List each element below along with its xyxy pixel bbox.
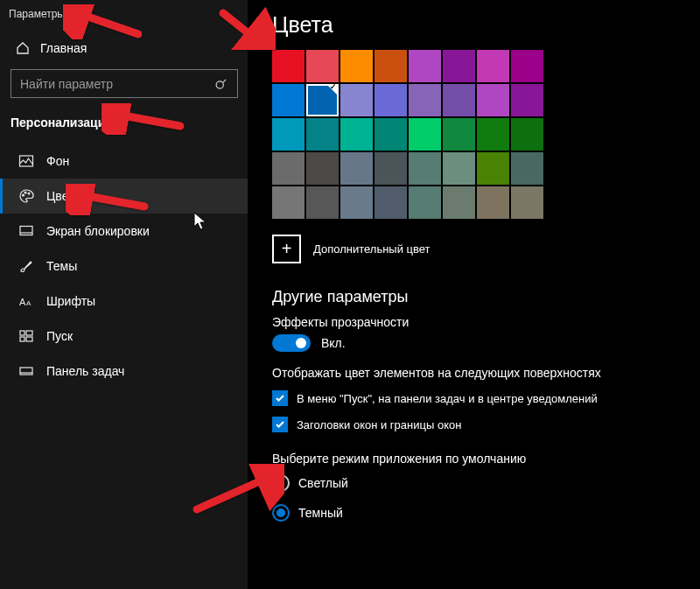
surface-option-start[interactable]: В меню "Пуск", на панели задач и в центр… [272, 390, 700, 406]
checkbox-icon [272, 417, 288, 432]
start-icon [18, 328, 34, 344]
sidebar-item-taskbar[interactable]: Панель задач [0, 354, 248, 389]
home-label: Главная [40, 41, 87, 55]
color-swatch[interactable] [272, 186, 304, 219]
color-swatch[interactable] [340, 152, 373, 185]
color-swatch[interactable] [409, 118, 441, 151]
lockscreen-icon [18, 223, 34, 239]
sidebar-item-colors[interactable]: Цвета [0, 179, 248, 214]
color-swatch[interactable] [340, 50, 373, 82]
nav-label: Темы [46, 259, 77, 273]
category-heading: Персонализация [0, 107, 248, 137]
search-input[interactable] [10, 69, 238, 98]
surface-option-label: В меню "Пуск", на панели задач и в центр… [297, 392, 598, 405]
color-swatch[interactable] [374, 118, 407, 151]
page-title: Цвета [272, 12, 700, 38]
custom-color-label: Дополнительный цвет [313, 242, 430, 256]
svg-text:A: A [26, 299, 32, 307]
nav-label: Пуск [46, 329, 73, 343]
sidebar-item-fonts[interactable]: AA Шрифты [0, 284, 248, 319]
radio-icon [272, 504, 290, 522]
svg-rect-9 [26, 331, 32, 335]
svg-rect-10 [20, 337, 24, 341]
nav-list: Фон Цвета Экран блокировки Темы AA Шрифт… [0, 144, 248, 389]
image-icon [18, 153, 34, 169]
nav-label: Цвета [46, 189, 80, 203]
app-mode-dark[interactable]: Темный [272, 504, 700, 522]
color-swatch-grid [272, 50, 700, 219]
color-swatch[interactable] [409, 152, 441, 185]
transparency-state: Вкл. [321, 336, 346, 350]
color-swatch[interactable] [409, 50, 441, 82]
color-swatch[interactable] [340, 186, 373, 219]
color-swatch[interactable] [340, 84, 373, 116]
color-swatch[interactable] [409, 84, 441, 116]
color-swatch[interactable] [306, 186, 339, 219]
sidebar-item-lockscreen[interactable]: Экран блокировки [0, 214, 248, 249]
nav-label: Шрифты [46, 294, 95, 308]
color-swatch[interactable] [272, 84, 304, 116]
svg-rect-5 [20, 227, 32, 235]
color-swatch[interactable] [374, 84, 407, 116]
svg-rect-8 [20, 331, 24, 335]
color-swatch[interactable] [477, 186, 509, 219]
sidebar-item-themes[interactable]: Темы [0, 249, 248, 284]
surface-option-titlebars[interactable]: Заголовки окон и границы окон [272, 417, 700, 432]
svg-rect-12 [20, 368, 32, 375]
color-swatch[interactable] [443, 50, 475, 82]
other-settings-heading: Другие параметры [272, 288, 700, 306]
sidebar-item-start[interactable]: Пуск [0, 319, 248, 354]
radio-label: Темный [298, 506, 343, 520]
color-swatch[interactable] [374, 186, 407, 219]
color-swatch[interactable] [511, 152, 543, 185]
color-swatch[interactable] [477, 84, 509, 116]
surfaces-heading: Отображать цвет элементов на следующих п… [272, 366, 700, 380]
svg-point-2 [23, 194, 24, 196]
taskbar-icon [18, 363, 34, 379]
color-swatch[interactable] [272, 50, 304, 82]
svg-rect-11 [26, 337, 32, 341]
color-swatch[interactable] [511, 50, 543, 82]
color-swatch[interactable] [477, 118, 509, 151]
color-swatch[interactable] [443, 118, 475, 151]
radio-label: Светлый [298, 476, 348, 490]
color-swatch[interactable] [443, 84, 475, 116]
color-swatch[interactable] [306, 50, 339, 82]
app-mode-light[interactable]: Светлый [272, 474, 700, 492]
radio-icon [272, 474, 290, 492]
main-content: Цвета + Дополнительный цвет Другие парам… [248, 0, 700, 589]
palette-icon [18, 188, 34, 204]
color-swatch[interactable] [409, 186, 441, 219]
nav-label: Панель задач [46, 364, 124, 378]
color-swatch[interactable] [511, 186, 543, 219]
transparency-label: Эффекты прозрачности [272, 315, 700, 329]
color-swatch[interactable] [443, 186, 475, 219]
color-swatch[interactable] [374, 50, 407, 82]
nav-label: Фон [46, 154, 69, 168]
sidebar-item-background[interactable]: Фон [0, 144, 248, 179]
color-swatch[interactable] [511, 118, 543, 151]
home-button[interactable]: Главная [0, 34, 248, 62]
plus-icon: + [282, 239, 292, 259]
app-mode-heading: Выберите режим приложения по умолчанию [272, 452, 700, 466]
color-swatch[interactable] [272, 118, 304, 151]
sidebar: Параметры Главная Персонализация Фон [0, 0, 248, 589]
color-swatch[interactable] [306, 118, 339, 151]
color-swatch[interactable] [306, 152, 339, 185]
color-swatch[interactable] [477, 50, 509, 82]
app-title: Параметры [0, 6, 248, 34]
checkbox-icon [272, 390, 288, 406]
custom-color-button[interactable]: + [272, 235, 301, 263]
svg-point-3 [24, 192, 26, 193]
transparency-toggle[interactable] [272, 334, 311, 352]
color-swatch[interactable] [374, 152, 407, 185]
color-swatch[interactable] [340, 118, 373, 151]
brush-icon [18, 258, 34, 274]
color-swatch[interactable] [511, 84, 543, 116]
search-icon [215, 77, 228, 94]
color-swatch[interactable] [477, 152, 509, 185]
color-swatch[interactable] [306, 84, 339, 116]
color-swatch[interactable] [272, 152, 304, 185]
nav-label: Экран блокировки [46, 224, 150, 238]
color-swatch[interactable] [443, 152, 475, 185]
